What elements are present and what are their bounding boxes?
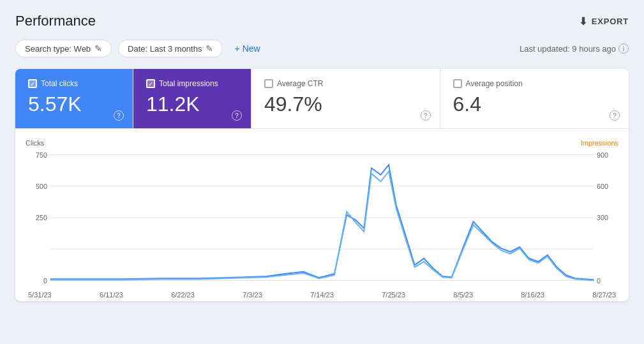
- ctr-checkbox[interactable]: [264, 79, 273, 88]
- impressions-label-text: Total impressions: [159, 79, 218, 88]
- search-type-filter[interactable]: Search type: Web ✎: [15, 40, 112, 57]
- metrics-card: ✓ Total clicks 5.57K ? ✓ Total impressio…: [15, 69, 629, 301]
- clicks-value: 5.57K: [28, 93, 120, 116]
- clicks-checkbox[interactable]: ✓: [28, 79, 37, 88]
- x-label-2: 6/22/23: [171, 291, 195, 299]
- date-filter[interactable]: Date: Last 3 months ✎: [118, 40, 223, 57]
- metric-average-position[interactable]: Average position 6.4 ?: [440, 69, 629, 128]
- last-updated-info-icon[interactable]: i: [618, 43, 629, 54]
- x-label-0: 5/31/23: [28, 291, 52, 299]
- ctr-help-icon[interactable]: ?: [421, 110, 431, 121]
- page-title: Performance: [15, 13, 96, 29]
- metric-position-label: Average position: [453, 79, 617, 88]
- svg-text:0: 0: [43, 276, 47, 284]
- clicks-line: [50, 165, 594, 280]
- last-updated: Last updated: 9 hours ago i: [520, 43, 629, 54]
- x-label-8: 8/27/23: [592, 291, 616, 299]
- svg-text:0: 0: [597, 276, 601, 284]
- impressions-line: [50, 172, 594, 281]
- chart-left-label: Clicks: [26, 139, 44, 147]
- x-label-5: 7/25/23: [382, 291, 405, 299]
- x-label-6: 8/5/23: [453, 291, 473, 299]
- metric-average-ctr[interactable]: Average CTR 49.7% ?: [251, 69, 440, 128]
- impressions-checkbox[interactable]: ✓: [146, 79, 155, 88]
- svg-text:900: 900: [597, 151, 608, 158]
- chart-axis-labels: Clicks Impressions: [26, 139, 618, 147]
- position-value: 6.4: [453, 93, 617, 116]
- export-label: EXPORT: [592, 17, 629, 26]
- svg-text:250: 250: [36, 214, 47, 221]
- impressions-help-icon[interactable]: ?: [232, 110, 242, 121]
- position-help-icon[interactable]: ?: [610, 110, 620, 121]
- page-header: Performance ⬇ EXPORT: [15, 13, 629, 29]
- export-icon: ⬇: [579, 15, 588, 27]
- position-label-text: Average position: [466, 79, 523, 88]
- x-axis-labels: 5/31/23 6/11/23 6/22/23 7/3/23 7/14/23 7…: [26, 291, 618, 299]
- metric-ctr-label: Average CTR: [264, 79, 427, 88]
- metric-total-clicks[interactable]: ✓ Total clicks 5.57K ?: [15, 69, 133, 128]
- export-button[interactable]: ⬇ EXPORT: [579, 15, 629, 27]
- x-label-3: 7/3/23: [243, 291, 262, 299]
- date-edit-icon: ✎: [206, 43, 213, 54]
- metric-clicks-label: ✓ Total clicks: [28, 79, 120, 88]
- date-label: Date: Last 3 months: [128, 44, 202, 54]
- new-label: New: [243, 43, 260, 54]
- metric-impressions-label: ✓ Total impressions: [146, 79, 238, 88]
- x-label-4: 7/14/23: [310, 291, 334, 299]
- svg-text:300: 300: [597, 214, 608, 221]
- x-label-7: 8/16/23: [521, 291, 544, 299]
- clicks-help-icon[interactable]: ?: [114, 110, 124, 121]
- metric-total-impressions[interactable]: ✓ Total impressions 11.2K ?: [133, 69, 251, 128]
- x-label-1: 6/11/23: [100, 291, 123, 299]
- chart-right-label: Impressions: [581, 139, 618, 147]
- chart-area: Clicks Impressions 750 500 250 0 900 600…: [15, 129, 629, 301]
- clicks-label-text: Total clicks: [41, 79, 78, 88]
- filters-row: Search type: Web ✎ Date: Last 3 months ✎…: [15, 40, 629, 57]
- last-updated-text: Last updated: 9 hours ago: [520, 44, 616, 54]
- ctr-value: 49.7%: [264, 93, 427, 116]
- plus-icon: +: [234, 43, 239, 54]
- impressions-value: 11.2K: [146, 93, 238, 116]
- ctr-label-text: Average CTR: [277, 79, 323, 88]
- chart-container: 750 500 250 0 900 600 300 0: [26, 148, 618, 288]
- svg-text:750: 750: [36, 151, 47, 158]
- metrics-row: ✓ Total clicks 5.57K ? ✓ Total impressio…: [15, 69, 629, 129]
- new-button[interactable]: + New: [229, 40, 265, 57]
- svg-text:500: 500: [36, 183, 47, 190]
- position-checkbox[interactable]: [453, 79, 462, 88]
- svg-text:600: 600: [597, 183, 608, 190]
- chart-svg: 750 500 250 0 900 600 300 0: [26, 148, 618, 288]
- search-type-edit-icon: ✎: [94, 43, 102, 54]
- search-type-label: Search type: Web: [25, 44, 91, 54]
